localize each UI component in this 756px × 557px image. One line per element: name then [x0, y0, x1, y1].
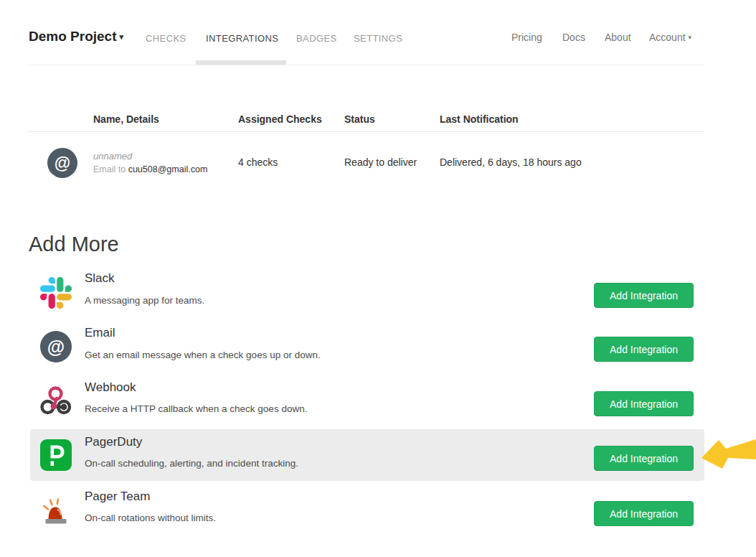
project-title: Demo Project [29, 29, 116, 44]
tab-badges[interactable]: BADGES [296, 33, 337, 44]
nav-account-label: Account [649, 32, 686, 43]
tab-checks[interactable]: CHECKS [146, 33, 186, 44]
column-header-assigned-checks: Assigned Checks [238, 113, 322, 125]
pager-team-description: On-call rotations without limits. [85, 512, 216, 523]
email-at-icon: @ [47, 148, 77, 178]
pagerduty-icon [40, 439, 72, 471]
email-at-icon: @ [40, 331, 72, 362]
pager-team-title: Pager Team [85, 490, 150, 504]
pager-team-siren-icon [40, 494, 72, 525]
integration-details: Email to cuu508@gmail.com [93, 164, 207, 174]
pager-team-add-integration-button[interactable]: Add Integration [594, 501, 694, 526]
last-notification-cell: Delivered, 6 days, 18 hours ago [440, 156, 582, 168]
integration-name[interactable]: unnamed [93, 151, 132, 162]
table-row: @ [47, 148, 77, 178]
webhook-add-integration-button[interactable]: Add Integration [594, 391, 694, 416]
webhook-icon [40, 385, 72, 416]
column-header-last-notification: Last Notification [440, 113, 519, 125]
add-more-heading: Add More [29, 233, 119, 256]
pagerduty-add-integration-button[interactable]: Add Integration [594, 446, 694, 471]
pagerduty-title: PagerDuty [85, 435, 142, 449]
details-email: cuu508@gmail.com [128, 164, 208, 174]
annotation-arrow-icon [699, 433, 756, 480]
assigned-checks-cell: 4 checks [238, 156, 278, 168]
tab-settings[interactable]: SETTINGS [354, 33, 402, 44]
details-prefix: Email to [93, 164, 128, 174]
chevron-down-icon: ▾ [119, 32, 123, 41]
column-header-status: Status [344, 113, 375, 125]
slack-title: Slack [85, 271, 115, 286]
slack-description: A messaging app for teams. [85, 295, 204, 306]
status-cell: Ready to deliver [344, 156, 417, 168]
slack-icon [40, 277, 72, 309]
chevron-down-icon: ▾ [689, 34, 692, 41]
nav-docs-link[interactable]: Docs [562, 32, 585, 43]
healthchecks-integrations-page: Demo Project▾ CHECKS INTEGRATIONS BADGES… [0, 0, 756, 557]
tab-integrations[interactable]: INTEGRATIONS [206, 33, 278, 44]
header-divider [29, 65, 704, 65]
nav-about-link[interactable]: About [605, 32, 631, 43]
column-header-name-details: Name, Details [93, 113, 159, 125]
project-switcher[interactable]: Demo Project▾ [29, 29, 123, 45]
webhook-title: Webhook [85, 380, 136, 395]
nav-account-menu[interactable]: Account▾ [649, 32, 691, 43]
nav-pricing-link[interactable]: Pricing [511, 32, 542, 43]
slack-add-integration-button[interactable]: Add Integration [594, 283, 694, 308]
email-add-integration-button[interactable]: Add Integration [594, 337, 694, 362]
table-header-divider [29, 131, 704, 132]
email-description: Get an email message when a check goes u… [85, 350, 321, 360]
pagerduty-description: On-call scheduling, alerting, and incide… [85, 458, 298, 469]
email-title: Email [85, 326, 115, 340]
webhook-description: Receive a HTTP callback when a check goe… [85, 403, 307, 414]
